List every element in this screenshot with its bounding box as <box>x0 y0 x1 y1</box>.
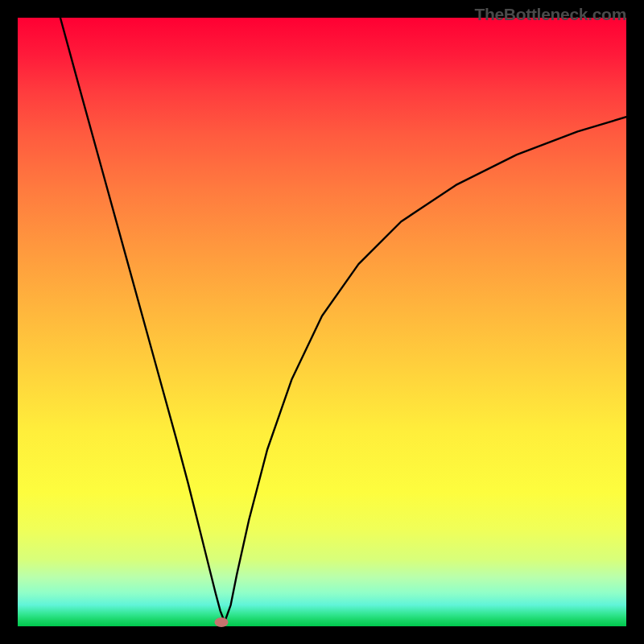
watermark-text: TheBottleneck.com <box>474 5 626 24</box>
chart-svg <box>18 18 626 626</box>
chart-background <box>18 18 626 626</box>
curve-path <box>60 18 626 622</box>
minimum-marker <box>215 617 229 627</box>
